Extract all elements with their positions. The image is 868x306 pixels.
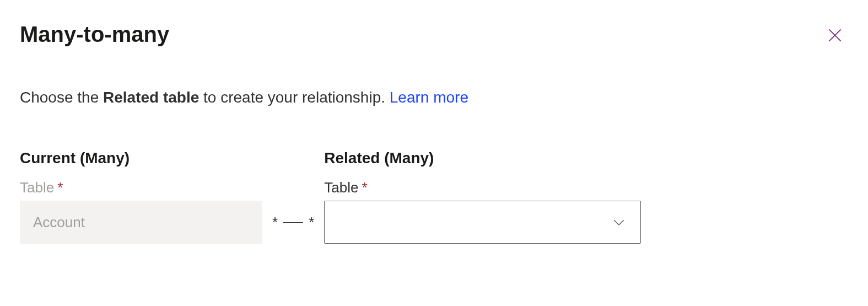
current-label-text: Table — [20, 179, 54, 196]
required-star-icon: * — [57, 179, 63, 196]
current-table-label: Table * — [20, 179, 262, 196]
description-prefix: Choose the — [20, 89, 103, 106]
current-column: Current (Many) Table * Account — [20, 149, 262, 244]
page-title: Many-to-many — [20, 22, 169, 47]
current-header: Current (Many) — [20, 149, 262, 167]
close-icon — [826, 26, 844, 46]
related-header: Related (Many) — [324, 149, 641, 167]
required-star-icon: * — [362, 179, 367, 196]
related-column: Related (Many) Table * — [324, 149, 641, 244]
close-button[interactable] — [822, 22, 848, 50]
learn-more-link[interactable]: Learn more — [390, 89, 468, 106]
relation-connector: * * — [262, 201, 324, 244]
current-table-field: Account — [20, 201, 262, 244]
description-bold: Related table — [103, 89, 199, 106]
chevron-down-icon — [611, 214, 627, 230]
description-suffix: to create your relationship. — [199, 89, 390, 106]
connector-star-right: * — [309, 214, 314, 231]
related-label-text: Table — [324, 179, 358, 196]
related-table-label: Table * — [324, 179, 641, 196]
connector-line — [283, 222, 303, 223]
related-table-select[interactable] — [324, 201, 641, 244]
connector-star-left: * — [272, 214, 278, 231]
current-table-value: Account — [33, 214, 85, 231]
description-text: Choose the Related table to create your … — [20, 89, 848, 106]
